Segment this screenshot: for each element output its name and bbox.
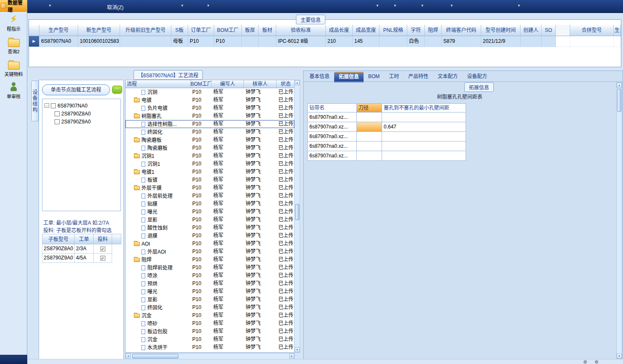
flow-row[interactable]: 喷砂P10杨军钟梦飞已上传 [126, 319, 294, 327]
checkbox-icon[interactable] [51, 103, 56, 108]
detail-tab[interactable]: BOM [364, 72, 384, 81]
dropdown-arrow-icon[interactable]: ▼ [376, 4, 379, 8]
detail-tab[interactable]: 产品特性 [403, 72, 433, 81]
flow-row[interactable]: 沉金P10杨军钟梦飞已上传 [126, 335, 294, 343]
column-header[interactable]: 阻焊 [425, 25, 442, 36]
sidebar-item-4[interactable]: 单审核 [0, 81, 27, 104]
feed-checkbox[interactable]: ✓ [100, 256, 105, 261]
cell[interactable] [120, 36, 171, 47]
column-header[interactable]: PNL规格 [380, 25, 407, 36]
detail-tab[interactable]: 设备配方 [462, 72, 492, 81]
distance-cell[interactable] [382, 113, 466, 122]
column-header[interactable]: 投料 [94, 234, 112, 244]
status-icon[interactable] [595, 360, 598, 364]
cell[interactable]: 母板 [171, 36, 188, 47]
tree-node-child[interactable]: 2S8790Z8A0 [42, 110, 120, 118]
column-header[interactable]: 钻带名 [307, 103, 357, 113]
distance-cell[interactable] [382, 151, 466, 161]
distance-cell[interactable] [382, 132, 466, 141]
column-header[interactable]: 成品宽度 [353, 25, 380, 36]
diameter-cell[interactable] [357, 132, 382, 141]
flow-row[interactable]: 树脂塞孔P10杨军钟梦飞已上传 [126, 112, 294, 120]
detail-tab[interactable]: 工时 [384, 72, 403, 81]
diameter-cell[interactable] [357, 151, 382, 161]
feed-cell[interactable]: ✓ [94, 254, 112, 263]
detail-tab[interactable]: 基本信息 [305, 72, 334, 81]
cell[interactable]: 210 [326, 36, 353, 47]
flow-vertical-scrollbar[interactable]: ▲ ▼ [294, 80, 300, 353]
table-row[interactable]: 6s87907na0.xz... [307, 151, 466, 161]
scroll-up-icon[interactable]: ▲ [295, 80, 300, 85]
column-header[interactable]: 子板型号 [42, 234, 75, 244]
flow-row[interactable]: 板镀P10杨军钟梦飞已上传 [126, 176, 294, 184]
table-row[interactable]: 2S8790Z8A02/3A✓ [42, 244, 121, 254]
feed-checkbox[interactable]: ✓ [100, 246, 105, 251]
flow-row[interactable]: 沉金P10杨军钟梦飞已上传 [126, 312, 294, 319]
dropdown-arrow-icon[interactable]: ▼ [181, 4, 184, 8]
cell[interactable]: 10010600102583 [78, 36, 120, 47]
column-header[interactable]: 型号创建时间 [481, 25, 521, 36]
column-header[interactable]: 工单 [75, 234, 94, 244]
comment-icon[interactable]: ··· [112, 86, 122, 94]
work-order-cell[interactable]: 2/3A [75, 244, 94, 254]
drill-name-cell[interactable]: 6s87907na0.xz... [307, 132, 357, 141]
distance-cell[interactable]: 0.647 [382, 122, 466, 132]
column-header[interactable]: BOM工厂 [214, 25, 242, 36]
column-header[interactable]: 状态 [277, 80, 295, 88]
cell[interactable] [614, 36, 621, 47]
column-header[interactable]: 成品长度 [326, 25, 353, 36]
tree-node-child[interactable]: 2S8790Z9A0 [42, 118, 120, 126]
row-selector-header[interactable] [29, 25, 39, 36]
column-header[interactable]: 新生产型号 [78, 25, 120, 36]
flow-row[interactable]: 退膜P10杨军钟梦飞已上传 [126, 232, 294, 240]
work-order-cell[interactable]: 4/5A [75, 254, 94, 263]
sidebar-item-3[interactable]: 关键物料 [0, 59, 27, 81]
cell[interactable] [570, 36, 614, 47]
flow-horizontal-scrollbar[interactable]: ◄ ► [125, 353, 295, 359]
flow-row[interactable]: 沉铜1P10杨军钟梦飞已上传 [126, 152, 294, 160]
scroll-thumb[interactable] [617, 89, 621, 112]
flow-row[interactable]: 沉铜P10杨军钟梦飞已上传 [126, 88, 294, 96]
column-header[interactable]: 板材 [259, 25, 276, 36]
table-row[interactable]: 6s87907na0.xz...0.647 [307, 122, 466, 132]
dropdown-arrow-icon[interactable]: ▼ [517, 4, 521, 8]
column-header[interactable]: 编写人 [212, 80, 244, 88]
diameter-cell[interactable] [357, 122, 382, 132]
load-flow-button[interactable]: 单击节点加载工艺流程 [42, 84, 110, 95]
column-header[interactable]: 核审人 [244, 80, 277, 88]
cell[interactable]: 白色 [407, 36, 425, 47]
flow-row[interactable]: 终固化P10杨军钟梦飞已上传 [126, 128, 294, 136]
main-info-data-row[interactable]: ▶6S87907NA010010600102583母板P10P10IPC-601… [29, 36, 621, 47]
drill-name-cell[interactable]: 6s87907na0.xz... [307, 141, 357, 151]
distance-cell[interactable] [382, 141, 466, 151]
column-header[interactable]: 流程 [126, 80, 191, 88]
column-header[interactable]: S板 [171, 25, 188, 36]
diameter-cell[interactable] [357, 141, 382, 151]
diameter-cell[interactable] [357, 113, 382, 122]
flow-row[interactable]: 显影P10杨军钟梦飞已上传 [126, 296, 294, 304]
column-header[interactable]: BOM工厂 [191, 80, 212, 88]
drill-name-cell[interactable]: 6s87907na0.xz... [307, 122, 357, 132]
flow-row[interactable]: 阻焊前处理P10杨军钟梦飞已上传 [126, 264, 294, 272]
flow-row[interactable]: 外层AOIP10杨军钟梦飞已上传 [126, 248, 294, 256]
column-header[interactable] [556, 25, 570, 36]
dropdown-arrow-icon[interactable]: ▼ [450, 4, 453, 8]
detail-tab[interactable]: 文本配方 [433, 72, 462, 81]
column-header[interactable]: 生 [614, 25, 621, 36]
scroll-down-icon[interactable]: ▼ [617, 354, 622, 359]
flow-row[interactable]: 水洗烘干P10杨军钟梦飞已上传 [126, 343, 294, 351]
scroll-thumb[interactable] [295, 204, 299, 220]
drill-name-cell[interactable]: 6s87907na0.xz... [307, 151, 357, 161]
cell[interactable]: P10 [188, 36, 214, 47]
cell[interactable]: P10 [214, 36, 242, 47]
sidebar-item-1[interactable]: ⚡程指示 [0, 13, 27, 36]
scroll-right-icon[interactable]: ► [289, 354, 294, 359]
cell[interactable]: 2021/12/9 [481, 36, 521, 47]
table-row[interactable]: 6s87907na0.xz... [307, 141, 466, 151]
flow-row[interactable]: 酸性蚀刻P10杨军钟梦飞已上传 [126, 224, 294, 232]
flow-row[interactable]: 终固化P10杨军钟梦飞已上传 [126, 304, 294, 312]
column-header[interactable]: SO [542, 25, 556, 36]
dropdown-arrow-icon[interactable]: ▼ [207, 4, 210, 8]
flow-row[interactable]: 外层前处理P10杨军钟梦飞已上传 [126, 192, 294, 200]
column-header[interactable]: 刀径 [357, 103, 382, 113]
